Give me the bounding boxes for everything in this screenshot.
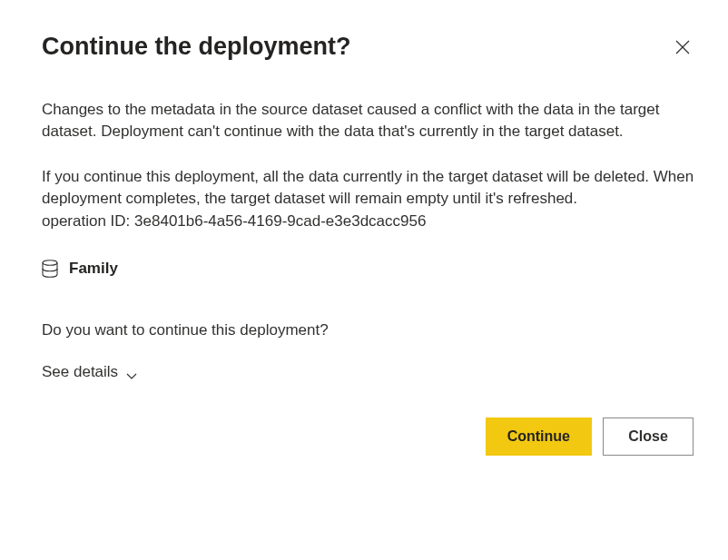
dataset-item: Family bbox=[42, 260, 699, 278]
dataset-name: Family bbox=[69, 260, 118, 278]
confirm-prompt: Do you want to continue this deployment? bbox=[42, 321, 699, 339]
see-details-label: See details bbox=[42, 363, 118, 381]
close-button[interactable]: Close bbox=[603, 418, 694, 456]
close-icon[interactable] bbox=[675, 40, 690, 54]
chevron-down-icon bbox=[125, 368, 138, 377]
dialog-title: Continue the deployment? bbox=[42, 33, 351, 61]
warning-paragraph-1: Changes to the metadata in the source da… bbox=[42, 99, 695, 142]
continue-button[interactable]: Continue bbox=[486, 418, 592, 456]
database-icon bbox=[42, 260, 58, 278]
dialog-footer: Continue Close bbox=[42, 418, 699, 456]
see-details-toggle[interactable]: See details bbox=[42, 363, 138, 381]
warning-paragraph-2: If you continue this deployment, all the… bbox=[42, 166, 695, 210]
svg-point-2 bbox=[43, 260, 57, 265]
operation-id-line: operation ID: 3e8401b6-4a56-4169-9cad-e3… bbox=[42, 211, 699, 232]
